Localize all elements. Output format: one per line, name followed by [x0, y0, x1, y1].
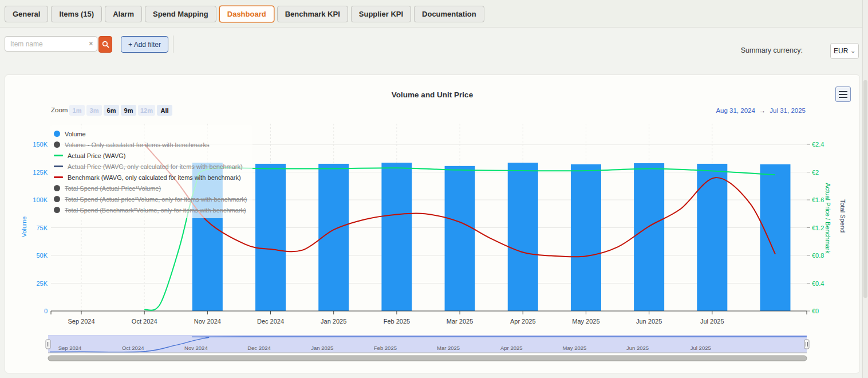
legend-label: Actual Price (WAVG) — [68, 152, 125, 159]
search-icon — [102, 41, 109, 48]
tab-benchmark-kpi[interactable]: Benchmark KPI — [277, 6, 348, 22]
add-filter-button[interactable]: + Add filter — [121, 36, 168, 53]
legend-item-total-spend-actual-price-volume[interactable]: Total Spend (Actual Price*Volume) — [54, 183, 247, 194]
page-scrollbar-thumb[interactable] — [863, 80, 867, 298]
price-tick-label: €0.8 — [812, 252, 824, 259]
currency-value: EUR — [834, 47, 848, 55]
volume-price-chart-canvas: 150K125K100K75K50K25K0€2.4€2€1.6€1.2€0.8… — [5, 75, 861, 374]
navigator-label: Nov 2024 — [184, 345, 208, 351]
x-axis-label: Jul 2025 — [700, 318, 724, 325]
tab-dashboard[interactable]: Dashboard — [219, 6, 274, 22]
volume-tick-label: 125K — [33, 169, 48, 176]
volume-tick-label: 150K — [33, 141, 48, 148]
navigator-label: Jan 2025 — [311, 345, 333, 351]
legend-item-total-spend-benchmark-volume-only-for-it[interactable]: Total Spend (Benchmark*Volume, only for … — [54, 204, 247, 215]
legend-label: Volume — [65, 131, 86, 137]
volume-bar-jul-31-2025[interactable] — [760, 164, 790, 311]
navigator-label: May 2025 — [563, 345, 587, 351]
legend-label: Actual Price (WAVG, only calculated for … — [68, 163, 243, 170]
x-axis-label: Jun 2025 — [636, 318, 662, 325]
price-tick-label: €2.4 — [812, 141, 824, 148]
legend-label: Volume - Only calculated for items with … — [65, 141, 210, 148]
volume-bar-jun-2025[interactable] — [634, 163, 664, 311]
search-input[interactable] — [5, 36, 97, 52]
chart-scrollbar[interactable] — [48, 356, 807, 361]
navigator-label: Dec 2024 — [247, 345, 271, 351]
legend-circle-icon — [54, 141, 60, 148]
legend-circle-icon — [54, 207, 60, 213]
x-axis-label: Sep 2024 — [68, 318, 94, 325]
volume-tick-label: 25K — [36, 280, 48, 287]
legend-line-icon — [54, 166, 63, 167]
x-axis-label: Oct 2024 — [132, 318, 157, 325]
filter-divider — [173, 36, 173, 53]
x-axis-label: Feb 2025 — [384, 318, 410, 325]
x-axis-label: Nov 2024 — [194, 318, 221, 325]
tab-alarm[interactable]: Alarm — [105, 6, 142, 22]
navigator-label: Oct 2024 — [122, 345, 144, 351]
item-search: × — [5, 36, 97, 52]
legend-circle-icon — [54, 185, 60, 191]
x-axis-label: Mar 2025 — [447, 318, 473, 325]
legend-line-icon — [54, 176, 63, 178]
legend-item-volume[interactable]: Volume — [54, 128, 247, 139]
clear-icon[interactable]: × — [89, 39, 93, 48]
search-button[interactable] — [98, 36, 112, 53]
x-axis-label: May 2025 — [572, 318, 599, 325]
x-axis-label: Dec 2024 — [257, 318, 284, 325]
navigator-label: Mar 2025 — [437, 345, 460, 351]
volume-bar-feb-2025[interactable] — [381, 163, 412, 311]
volume-bar-may-2025[interactable] — [571, 164, 601, 311]
x-axis-label: Jan 2025 — [321, 318, 346, 325]
volume-tick-label: 100K — [33, 196, 48, 203]
volume-bar-dec-2024[interactable] — [255, 164, 286, 311]
price-tick-label: €1.2 — [812, 225, 824, 231]
navigator-label: Feb 2025 — [374, 345, 397, 351]
legend-item-actual-price-wavg-only-calculated-for-it[interactable]: Actual Price (WAVG, only calculated for … — [54, 161, 247, 172]
legend-item-benchmark-wavg-only-calculated-for-items[interactable]: Benchmark (WAVG, only calculated for ite… — [54, 172, 247, 183]
price-tick-label: €0 — [812, 308, 819, 314]
legend-line-icon — [54, 155, 63, 156]
price-tick-label: €2 — [812, 169, 819, 176]
tab-documentation[interactable]: Documentation — [414, 6, 484, 22]
chevron-down-icon: ⌄ — [850, 48, 857, 54]
legend-label: Total Spend (Benchmark*Volume, only for … — [65, 207, 246, 214]
legend-label: Total Spend (Actual price*Volume, only f… — [65, 196, 247, 203]
volume-tick-label: 75K — [36, 225, 48, 231]
navigator-label: Jul 2025 — [691, 345, 711, 351]
tab-supplier-kpi[interactable]: Supplier KPI — [351, 6, 411, 22]
price-axis-title: Actual Price / Benchmark — [824, 170, 831, 267]
volume-tick-label: 50K — [36, 252, 48, 259]
legend-label: Benchmark (WAVG, only calculated for ite… — [68, 174, 241, 181]
legend-item-total-spend-actual-price-volume-only-for[interactable]: Total Spend (Actual price*Volume, only f… — [54, 194, 247, 204]
navigator-label: Jun 2025 — [626, 345, 649, 351]
navigator-left-handle[interactable] — [46, 340, 50, 349]
tab-bar: GeneralItems (15)AlarmSpend MappingDashb… — [5, 6, 484, 22]
legend-item-actual-price-wavg[interactable]: Actual Price (WAVG) — [54, 150, 247, 161]
legend-label: Total Spend (Actual Price*Volume) — [65, 185, 161, 192]
legend-circle-icon — [54, 196, 60, 202]
chart-card: Volume and Unit Price Zoom 1m3m6m9m12mAl… — [5, 74, 860, 373]
currency-select[interactable]: EUR ⌄ — [830, 43, 859, 59]
tab-spend-mapping[interactable]: Spend Mapping — [145, 6, 216, 22]
x-axis-label: Apr 2025 — [510, 318, 536, 325]
price-tick-label: €0.4 — [812, 280, 824, 287]
chart-legend: VolumeVolume - Only calculated for items… — [50, 125, 252, 218]
price-tick-label: €1.6 — [812, 196, 824, 203]
tab-general[interactable]: General — [5, 6, 48, 22]
volume-bar-apr-2025[interactable] — [508, 163, 538, 311]
volume-tick-label: 0 — [44, 308, 48, 314]
navigator-right-handle[interactable] — [804, 340, 809, 349]
legend-item-volume-only-calculated-for-items-with-be[interactable]: Volume - Only calculated for items with … — [54, 139, 247, 150]
volume-bar-mar-2025[interactable] — [445, 166, 475, 311]
navigator-label: Sep 2024 — [58, 345, 82, 351]
volume-axis-title: Volume — [21, 192, 27, 261]
tab-items-15[interactable]: Items (15) — [51, 6, 102, 22]
spend-axis-title: Total Spend — [839, 187, 846, 245]
summary-currency-label: Summary currency: — [741, 46, 803, 54]
navigator-label: Apr 2025 — [500, 345, 523, 351]
page-scrollbar[interactable] — [862, 0, 868, 378]
legend-circle-icon — [54, 131, 60, 137]
